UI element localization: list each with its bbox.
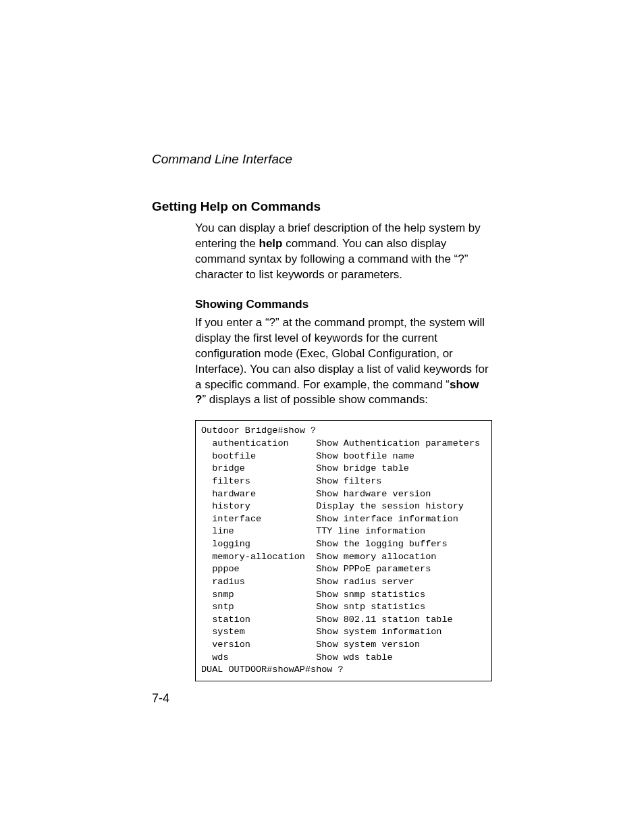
para2-text-a: If you enter a “?” at the command prompt… — [195, 316, 489, 391]
running-header: Command Line Interface — [152, 152, 492, 167]
showing-commands-paragraph: If you enter a “?” at the command prompt… — [195, 315, 492, 409]
section-heading: Getting Help on Commands — [152, 199, 492, 214]
para2-text-b: ” displays a list of possible show comma… — [202, 393, 427, 406]
page-number: 7-4 — [152, 692, 169, 706]
cli-output-block: Outdoor Bridge#show ? authentication Sho… — [195, 420, 492, 681]
sub-heading: Showing Commands — [195, 298, 492, 311]
intro-paragraph: You can display a brief description of t… — [195, 221, 492, 283]
help-command-bold: help — [259, 237, 283, 250]
